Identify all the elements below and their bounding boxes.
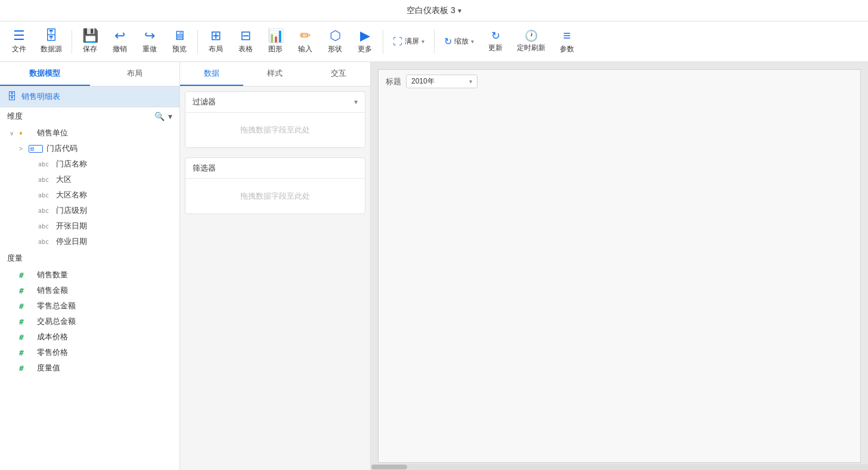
toolbar-chart[interactable]: 📊 图形 [261, 27, 290, 57]
canvas-title-bar: 标题 2010年 ▾ [379, 70, 860, 93]
toolbar-table-label: 表格 [238, 44, 253, 54]
toolbar-params[interactable]: ≡ 参数 [553, 27, 581, 57]
title-dropdown-arrow[interactable]: ▾ [458, 7, 461, 15]
dim-label-sales-unit: 销售单位 [37, 128, 68, 138]
dimensions-search-icon[interactable]: 🔍 [154, 112, 165, 121]
filter-header: 过滤器 ▾ [185, 92, 365, 113]
dimensions-title: 维度 [7, 111, 23, 122]
toolbar-datasource[interactable]: 🗄 数据源 [35, 27, 68, 57]
dim-sales-unit[interactable]: ∨ ♦ 销售单位 [0, 125, 179, 141]
filter-dropzone: 拖拽数据字段至此处 [185, 113, 365, 147]
toolbar-redo[interactable]: ↪ 重做 [135, 27, 164, 57]
type-hash-sales-qty: # [19, 271, 33, 280]
title-bar-content[interactable]: 空白仪表板 3 ▾ [407, 5, 461, 16]
toolbar-file[interactable]: ☰ 文件 [5, 27, 33, 57]
measure-cost-price[interactable]: # 成本价格 [0, 329, 179, 345]
type-table: ⊞ [29, 145, 43, 153]
zoom-arrow[interactable]: ▾ [471, 38, 474, 45]
timer-icon: 🕐 [525, 30, 538, 41]
tab-datamodel[interactable]: 数据模型 [0, 62, 90, 86]
dim-district[interactable]: abc 大区 [0, 172, 179, 187]
toolbar-undo[interactable]: ↩ 撤销 [106, 27, 134, 57]
dim-label-store-name: 门店名称 [56, 159, 87, 169]
toolbar-timer[interactable]: 🕐 定时刷新 [511, 28, 551, 55]
toolbar-separator-2 [197, 30, 198, 54]
dim-store-name[interactable]: abc 门店名称 [0, 156, 179, 172]
fullscreen-arrow[interactable]: ▾ [421, 38, 424, 45]
dim-open-date[interactable]: abc 开张日期 [0, 218, 179, 234]
tab-layout[interactable]: 布局 [90, 62, 180, 86]
measure-label-measure-value: 度量值 [37, 363, 60, 373]
dashboard-title: 空白仪表板 3 [407, 5, 455, 16]
toolbar-save[interactable]: 💾 保存 [76, 27, 104, 57]
tab-interact[interactable]: 交互 [307, 62, 370, 86]
filter-collapse-arrow[interactable]: ▾ [354, 98, 358, 106]
type-abc-district: abc [38, 177, 52, 183]
toolbar-datasource-label: 数据源 [41, 44, 62, 54]
toolbar-fullscreen[interactable]: ⛶ 满屏 ▾ [387, 34, 430, 49]
toolbar-zoom-label: 缩放 [454, 36, 469, 47]
measure-sales-qty[interactable]: # 销售数量 [0, 267, 179, 283]
type-hash-retail-total: # [19, 302, 33, 311]
tab-data[interactable]: 数据 [180, 62, 243, 86]
measure-label-cost-price: 成本价格 [37, 332, 68, 342]
toolbar-update[interactable]: ↻ 更新 [481, 28, 510, 55]
dimensions-dropdown-icon[interactable]: ▾ [168, 112, 172, 121]
params-icon: ≡ [563, 29, 571, 42]
measure-sales-amount[interactable]: # 销售金额 [0, 283, 179, 298]
file-icon: ☰ [13, 29, 25, 42]
measure-transaction-total[interactable]: # 交易总金额 [0, 314, 179, 329]
data-model-label: 销售明细表 [21, 91, 60, 102]
left-panel: 数据模型 布局 🗄 销售明细表 维度 🔍 ▾ ∨ ♦ 销售单位 > ⊞ 门店代码 [0, 62, 180, 470]
dim-label-close-date: 停业日期 [56, 236, 87, 247]
toolbar-update-label: 更新 [488, 43, 503, 53]
datasource-icon: 🗄 [45, 29, 58, 42]
dim-store-code[interactable]: > ⊞ 门店代码 [0, 141, 179, 156]
type-hash-cost-price: # [19, 333, 33, 342]
toolbar-zoom[interactable]: ↻ 缩放 ▾ [438, 34, 480, 49]
canvas-title-value: 2010年 [411, 76, 435, 86]
measures-title: 度量 [7, 253, 23, 264]
toolbar-layout-label: 布局 [209, 44, 223, 54]
measure-retail-total[interactable]: # 零售总金额 [0, 298, 179, 314]
type-hash-retail-price: # [19, 348, 33, 357]
toolbar-table[interactable]: ⊟ 表格 [231, 27, 260, 57]
toolbar-separator-1 [72, 30, 72, 54]
layout-icon: ⊞ [210, 29, 221, 42]
toolbar-undo-label: 撤销 [113, 44, 127, 54]
toolbar-input-label: 输入 [298, 44, 312, 54]
middle-panel: 数据 样式 交互 过滤器 ▾ 拖拽数据字段至此处 筛选器 拖拽数据字段至此处 [180, 62, 371, 470]
dim-close-date[interactable]: abc 停业日期 [0, 234, 179, 249]
toolbar-input[interactable]: ✏ 输入 [291, 27, 320, 57]
redo-icon: ↪ [144, 29, 155, 42]
expand-icon-store-code: > [19, 146, 26, 152]
canvas-title-label: 标题 [386, 76, 401, 87]
type-abc-district-name: abc [38, 192, 52, 199]
toolbar-shape[interactable]: ⬡ 形状 [321, 27, 349, 57]
type-abc-store-level: abc [38, 208, 52, 214]
toolbar-more[interactable]: ▶ 更多 [351, 27, 379, 57]
dim-district-name[interactable]: abc 大区名称 [0, 187, 179, 203]
bottom-scrollbar[interactable] [371, 464, 868, 470]
tab-style[interactable]: 样式 [243, 62, 306, 86]
toolbar-layout[interactable]: ⊞ 布局 [202, 27, 230, 57]
selector-section: 筛选器 拖拽数据字段至此处 [185, 157, 365, 214]
scrollbar-thumb[interactable] [371, 465, 407, 469]
dimensions-header: 维度 🔍 ▾ [0, 107, 179, 125]
data-model-item[interactable]: 🗄 销售明细表 [0, 86, 179, 107]
toolbar-redo-label: 重做 [142, 44, 157, 54]
measures-header: 度量 [0, 249, 179, 267]
dim-label-open-date: 开张日期 [56, 221, 87, 231]
canvas-title-dropdown-arrow[interactable]: ▾ [469, 78, 472, 85]
toolbar-file-label: 文件 [12, 44, 26, 54]
dim-store-level[interactable]: abc 门店级别 [0, 203, 179, 218]
filter-section: 过滤器 ▾ 拖拽数据字段至此处 [185, 91, 365, 148]
canvas-title-input[interactable]: 2010年 ▾ [406, 75, 478, 88]
save-icon: 💾 [82, 29, 98, 42]
toolbar-preview[interactable]: 🖥 预览 [165, 27, 194, 57]
measure-measure-value[interactable]: # 度量值 [0, 360, 179, 376]
dim-label-store-level: 门店级别 [56, 205, 87, 216]
toolbar-fullscreen-label: 满屏 [405, 36, 419, 47]
dimensions-actions: 🔍 ▾ [154, 112, 172, 121]
measure-retail-price[interactable]: # 零售价格 [0, 345, 179, 360]
